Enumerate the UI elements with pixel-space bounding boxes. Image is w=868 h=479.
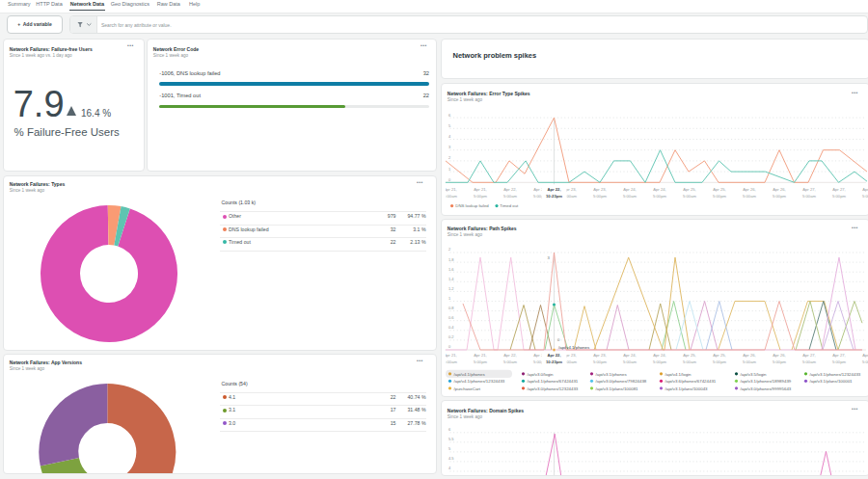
svg-text:5:00pm: 5:00pm: [653, 359, 666, 364]
svg-text:5:00am: 5:00am: [623, 193, 637, 198]
svg-text:/api/v4.1/phones/12324433: /api/v4.1/phones/12324433: [454, 379, 505, 384]
svg-text:5:00am: 5:00am: [802, 193, 816, 198]
svg-text:5:00pm: 5:00pm: [593, 359, 607, 364]
svg-text:Apr 21,: Apr 21,: [444, 186, 457, 191]
svg-text:4.5: 4.5: [448, 456, 454, 461]
svg-text:/api/v3.0/phones/99995643: /api/v3.0/phones/99995643: [740, 386, 791, 390]
svg-text:0.8: 0.8: [448, 306, 454, 310]
svg-text:Apr 26,: Apr 26,: [773, 353, 786, 358]
svg-text:5:00am: 5:00am: [862, 193, 868, 198]
svg-text:/api/v3.1/plans/100001: /api/v3.1/plans/100001: [809, 379, 853, 384]
svg-text:Apr 22,: Apr 22,: [547, 186, 560, 191]
svg-text:Apr 27,: Apr 27,: [802, 353, 816, 358]
svg-text:1: 1: [448, 295, 451, 300]
svg-text:/api/v3.0/login: /api/v3.0/login: [528, 371, 555, 376]
svg-text:5:00am: 5:00am: [743, 193, 756, 198]
svg-text:4: 4: [448, 134, 451, 139]
svg-text:Apr 21,: Apr 21,: [474, 186, 487, 191]
svg-text:2: 2: [448, 155, 451, 160]
svg-text:5:00am: 5:00am: [683, 359, 696, 364]
svg-text:DNS lookup failed: DNS lookup failed: [455, 203, 489, 208]
svg-text:1.6: 1.6: [448, 266, 454, 271]
svg-text:5:00am: 5:00am: [862, 359, 868, 364]
svg-text:Apr 21,: Apr 21,: [474, 353, 487, 358]
svg-text:Apr 25,: Apr 25,: [683, 353, 696, 358]
svg-text:5:00am: 5:00am: [444, 359, 457, 364]
svg-text:/api/v3.5/login: /api/v3.5/login: [740, 371, 767, 376]
svg-text:0: 0: [448, 176, 451, 181]
svg-text:Apr 22,: Apr 22,: [503, 353, 517, 358]
svg-text:5:00pm: 5:00pm: [713, 359, 726, 364]
svg-text:Apr 25,: Apr 25,: [713, 186, 726, 191]
svg-text:/api/v4.1/phones: /api/v4.1/phones: [558, 345, 590, 350]
svg-text:5:00pm: 5:00pm: [713, 193, 726, 198]
svg-text:1.8: 1.8: [448, 256, 454, 261]
svg-text:5:00am: 5:00am: [503, 193, 517, 198]
svg-text:Apr 24,: Apr 24,: [653, 353, 666, 358]
svg-text:5:00pm: 5:00pm: [773, 193, 786, 198]
svg-text:/api/v3.6/phones/67424431: /api/v3.6/phones/67424431: [665, 379, 716, 384]
svg-text:5:00am: 5:00am: [503, 359, 517, 364]
svg-text:5:00am: 5:00am: [444, 193, 457, 198]
svg-text:3: 3: [448, 145, 451, 149]
svg-text:5:00pm: 5:00pm: [593, 193, 607, 198]
svg-text:Apr 23,: Apr 23,: [593, 353, 607, 358]
svg-text:2: 2: [448, 247, 451, 252]
svg-text:Apr 24,: Apr 24,: [623, 186, 637, 191]
svg-text:5: 5: [448, 446, 451, 451]
svg-text:Apr 26,: Apr 26,: [743, 353, 756, 358]
svg-text:1.4: 1.4: [448, 276, 454, 280]
svg-text:0.6: 0.6: [448, 315, 454, 320]
svg-text:0.2: 0.2: [448, 334, 454, 339]
svg-text:10:23pm: 10:23pm: [546, 359, 562, 364]
svg-text:5:00pm: 5:00pm: [773, 359, 786, 364]
svg-text:Apr 27,: Apr 27,: [832, 353, 846, 358]
svg-text:Apr 27,: Apr 27,: [802, 186, 816, 191]
svg-text:6: 6: [448, 112, 451, 117]
svg-text:5:00am: 5:00am: [743, 359, 756, 364]
svg-text:/api/v3.1/phones/18989439: /api/v3.1/phones/18989439: [740, 379, 791, 384]
svg-text:0: 0: [448, 344, 451, 349]
svg-text:/api/v4.1/phones: /api/v4.1/phones: [454, 371, 486, 376]
svg-text:5:00pm: 5:00pm: [832, 359, 846, 364]
svg-text:Apr 22,: Apr 22,: [547, 353, 560, 358]
svg-text:/api/v4.1/phones/67424431: /api/v4.1/phones/67424431: [528, 379, 579, 384]
svg-text:Apr 21,: Apr 21,: [444, 353, 457, 358]
svg-text:5: 5: [448, 122, 451, 127]
svg-text:0.4: 0.4: [448, 325, 454, 330]
svg-text:1: 1: [448, 166, 451, 171]
svg-text:1.2: 1.2: [448, 285, 454, 290]
svg-text:5:00pm: 5:00pm: [832, 193, 846, 198]
svg-text:Apr 25,: Apr 25,: [713, 353, 726, 358]
svg-text:Apr 28,: Apr 28,: [862, 186, 868, 191]
svg-text:/api/v3.1/plans/100043: /api/v3.1/plans/100043: [665, 386, 708, 390]
svg-text:4: 4: [448, 466, 451, 470]
svg-text:/api/v3.0/phones/79824438: /api/v3.0/phones/79824438: [596, 379, 647, 384]
svg-text:5:00pm: 5:00pm: [474, 193, 487, 198]
svg-text:5:00pm: 5:00pm: [474, 359, 487, 364]
svg-text:10:23pm: 10:23pm: [546, 193, 562, 198]
svg-text:Apr 26,: Apr 26,: [743, 186, 756, 191]
svg-text:3: 3: [548, 255, 551, 260]
svg-text:Timed out: Timed out: [500, 203, 519, 208]
svg-text:Apr 24,: Apr 24,: [623, 353, 637, 358]
svg-text:3.5: 3.5: [448, 475, 454, 476]
svg-text:Apr 24,: Apr 24,: [653, 186, 666, 191]
svg-text:6: 6: [448, 427, 451, 432]
svg-text:/api/v3.1/phones: /api/v3.1/phones: [596, 371, 628, 376]
svg-text:/api/v3.0/phones/12324433: /api/v3.0/phones/12324433: [528, 386, 579, 390]
svg-text:5:00am: 5:00am: [683, 193, 696, 198]
svg-text:Apr 26,: Apr 26,: [773, 186, 786, 191]
svg-text:Apr 25,: Apr 25,: [683, 186, 696, 191]
svg-text:Apr 22,: Apr 22,: [503, 186, 517, 191]
svg-text:/purchaseCart: /purchaseCart: [454, 386, 481, 390]
svg-text:5:00pm: 5:00pm: [653, 193, 666, 198]
svg-text:Apr 23,: Apr 23,: [593, 186, 607, 191]
svg-text:5:00am: 5:00am: [623, 359, 637, 364]
svg-text:/api/v4.1/login: /api/v4.1/login: [665, 371, 692, 376]
svg-text:5.5: 5.5: [448, 437, 454, 441]
svg-text:0: 0: [557, 337, 560, 342]
svg-text:5:00am: 5:00am: [802, 359, 816, 364]
svg-text:Apr 28,: Apr 28,: [862, 353, 868, 358]
svg-text:/api/v3.1/phones/12324433: /api/v3.1/phones/12324433: [809, 371, 860, 376]
